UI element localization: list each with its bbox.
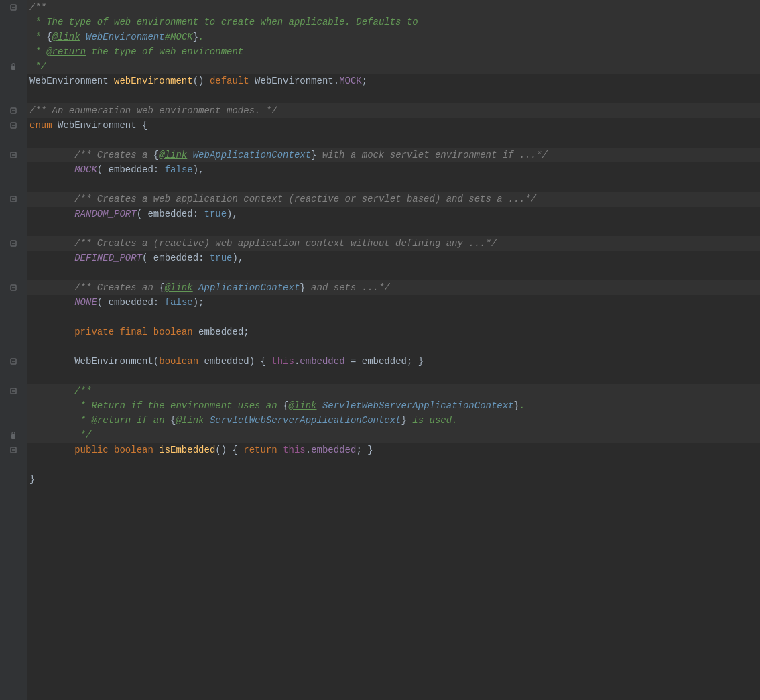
- gutter-row: [0, 59, 27, 74]
- gutter-row: [0, 384, 27, 398]
- token: [204, 413, 209, 428]
- token: *: [29, 30, 46, 44]
- token: (): [215, 443, 227, 457]
- token: [317, 398, 322, 413]
- token: ServletWebServerApplicationContext: [210, 413, 401, 428]
- token: [80, 30, 86, 44]
- token: WebEnvironment: [255, 74, 334, 89]
- token: [187, 148, 192, 162]
- token: [109, 74, 114, 89]
- token: ,: [198, 162, 204, 177]
- token: @link: [288, 398, 316, 413]
- code-line: * The type of web environment to create …: [27, 15, 760, 30]
- token: [277, 443, 283, 457]
- code-line: [27, 133, 760, 148]
- token: isEmbedded: [159, 443, 215, 457]
- token: [193, 280, 198, 295]
- token: @link: [159, 148, 187, 162]
- token: .: [519, 398, 525, 413]
- code-line: [27, 369, 760, 384]
- token: [412, 354, 418, 369]
- token: and sets ...*/: [306, 280, 390, 295]
- token: {: [142, 118, 147, 133]
- token: {: [159, 280, 164, 295]
- token: create when applicable. Defaults to: [215, 15, 418, 30]
- token: * Return if the environment uses an: [74, 398, 283, 413]
- token: [249, 74, 255, 89]
- gutter-row: [0, 74, 27, 89]
- token: :: [198, 251, 204, 266]
- token: default: [210, 74, 249, 89]
- token: embedded: [300, 354, 344, 369]
- code-line: }: [27, 472, 760, 487]
- token: embedded: [147, 251, 198, 266]
- token: }: [418, 354, 424, 369]
- gutter-row: [0, 177, 27, 192]
- token: [345, 354, 351, 369]
- token: [52, 118, 58, 133]
- token: ;: [407, 354, 412, 369]
- token: ,: [233, 207, 238, 221]
- token: *: [74, 413, 91, 428]
- token: [255, 354, 260, 369]
- token: webEnvironment: [114, 74, 193, 89]
- token: embedded: [198, 325, 243, 339]
- token: [153, 443, 159, 457]
- token: [204, 74, 209, 89]
- token: /**: [74, 384, 91, 398]
- token: [356, 354, 361, 369]
- token: */: [74, 428, 91, 443]
- code-line: /** Creates an {@link ApplicationContext…: [27, 280, 760, 295]
- code-line: */: [27, 428, 760, 443]
- gutter-row: [0, 30, 27, 44]
- token: ServletWebServerApplicationContext: [322, 398, 514, 413]
- token: #MOCK: [165, 30, 193, 44]
- gutter-row: [0, 148, 27, 162]
- token: /**: [29, 0, 46, 15]
- token: boolean: [159, 354, 198, 369]
- token: {: [153, 148, 159, 162]
- gutter-row: [0, 44, 27, 59]
- token: [159, 295, 164, 310]
- gutter-row: [0, 251, 27, 266]
- gutter-row: [0, 207, 27, 221]
- token: ;: [356, 443, 361, 457]
- token: [159, 162, 164, 177]
- code-line: enum WebEnvironment {: [27, 118, 760, 133]
- token: final: [119, 325, 147, 339]
- gutter-row: [0, 266, 27, 280]
- token: ): [193, 162, 198, 177]
- token: .: [334, 74, 339, 89]
- gutter-row: [0, 103, 27, 118]
- token: [362, 443, 367, 457]
- token: @link: [165, 280, 193, 295]
- code-line: /** Creates a (reactive) web application…: [27, 236, 760, 251]
- token: {: [170, 413, 176, 428]
- token: this: [283, 443, 306, 457]
- code-line: WebEnvironment webEnvironment() default …: [27, 74, 760, 89]
- gutter-row: [0, 325, 27, 339]
- token: return: [243, 443, 277, 457]
- token: [198, 354, 204, 369]
- token: */: [29, 59, 46, 74]
- code-line: /** Creates a web application context (r…: [27, 192, 760, 207]
- token: [193, 325, 198, 339]
- code-line: [27, 221, 760, 236]
- token: * The type of web environment: [29, 15, 204, 30]
- token: .: [294, 354, 300, 369]
- token: =: [351, 354, 356, 369]
- token: [198, 207, 204, 221]
- code-line: [27, 310, 760, 325]
- token: to: [204, 15, 215, 30]
- code-area[interactable]: /** * The type of web environment to cre…: [27, 0, 760, 700]
- token: :: [153, 162, 159, 177]
- gutter-row: [0, 0, 27, 15]
- token: @return: [46, 44, 86, 59]
- token: MOCK: [74, 162, 97, 177]
- token: }: [514, 398, 519, 413]
- code-line: * {@link WebEnvironment#MOCK}.: [27, 30, 760, 44]
- token: /** An enumeration web environment modes…: [29, 103, 277, 118]
- code-line: * @return the type of web environment: [27, 44, 760, 59]
- token: (): [193, 74, 204, 89]
- token: DEFINED_PORT: [74, 251, 142, 266]
